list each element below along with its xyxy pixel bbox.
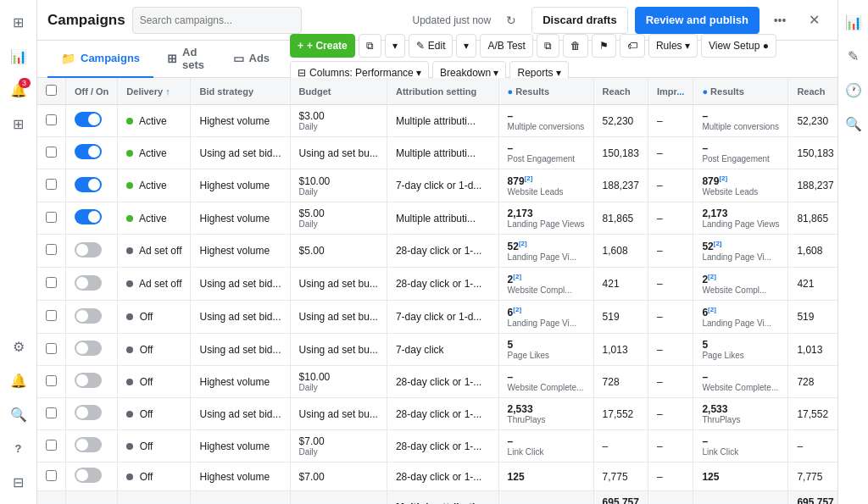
table-row[interactable]: Off Using ad set bid... Using ad set bu.…	[37, 334, 837, 366]
toggle-switch-10[interactable]	[75, 437, 102, 452]
row-checkbox-2[interactable]	[37, 169, 66, 202]
tab-campaigns[interactable]: 📁 Campaigns	[47, 41, 153, 78]
chevron-down-icon: ▾	[392, 40, 398, 52]
row-checkbox-0[interactable]	[37, 105, 66, 137]
col-header-checkbox[interactable]	[37, 78, 66, 105]
table-row[interactable]: Active Highest volume $3.00 Daily Multip…	[37, 105, 837, 137]
toggle-switch-3[interactable]	[75, 209, 102, 224]
discard-drafts-button[interactable]: Discard drafts	[531, 7, 627, 34]
row-bid-strategy-3: Highest volume	[191, 202, 290, 235]
row-toggle-3[interactable]	[66, 202, 118, 235]
more-options-icon[interactable]: •••	[766, 7, 793, 34]
flag-button[interactable]: ⚑	[592, 34, 616, 58]
copy-button[interactable]: ⧉	[359, 34, 381, 58]
campaign-search-input[interactable]	[132, 7, 302, 34]
row-toggle-11[interactable]	[66, 462, 118, 491]
row-toggle-6[interactable]	[66, 301, 118, 334]
notification-icon[interactable]: 🔔	[3, 365, 34, 396]
toggle-switch-11[interactable]	[75, 468, 102, 483]
row-toggle-2[interactable]	[66, 169, 118, 202]
row-checkbox-4[interactable]	[37, 235, 66, 268]
alert-icon[interactable]: 🔔 3	[3, 75, 34, 105]
toggle-switch-7[interactable]	[75, 341, 102, 356]
menu-bottom-icon[interactable]: ⊟	[3, 467, 34, 497]
view-setup-button[interactable]: View Setup ●	[701, 34, 776, 58]
search-sidebar-icon[interactable]: 🔍	[3, 399, 34, 429]
settings-icon[interactable]: ⚙	[3, 331, 34, 362]
table-row[interactable]: Ad set off Using ad set bid... Using ad …	[37, 268, 837, 301]
row-checkbox-5[interactable]	[37, 268, 66, 301]
copy-icon: ⧉	[366, 40, 374, 52]
col-header-impr1[interactable]: Impr...	[648, 78, 693, 105]
toggle-switch-2[interactable]	[75, 177, 102, 192]
toggle-switch-6[interactable]	[75, 308, 102, 324]
table-row[interactable]: Active Highest volume $5.00 Daily Multip…	[37, 202, 837, 235]
table-row[interactable]: Off Highest volume $10.00 Daily 28-day c…	[37, 366, 837, 398]
toggle-switch-1[interactable]	[75, 144, 102, 159]
row-bid-strategy-0: Highest volume	[191, 105, 290, 137]
row-results2-2: 879[2] Website Leads	[693, 169, 788, 202]
toggle-switch-8[interactable]	[75, 373, 102, 388]
row-checkbox-3[interactable]	[37, 202, 66, 235]
col-header-delivery[interactable]: Delivery ↑	[118, 78, 191, 105]
row-checkbox-1[interactable]	[37, 137, 66, 169]
create-button[interactable]: + + Create	[290, 34, 355, 58]
tag-button[interactable]: 🏷	[620, 34, 645, 58]
table-row[interactable]: Off Using ad set bid... Using ad set bu.…	[37, 398, 837, 430]
help-icon[interactable]: ?	[3, 433, 34, 463]
col-header-reach2[interactable]: Reach	[788, 78, 837, 105]
col-header-off-on[interactable]: Off / On	[66, 78, 118, 105]
row-checkbox-10[interactable]	[37, 430, 66, 462]
table-row[interactable]: Off Highest volume $7.00 Daily 28-day cl…	[37, 430, 837, 462]
table-row[interactable]: Off Using ad set bid... Using ad set bu.…	[37, 301, 837, 334]
col-header-budget[interactable]: Budget	[290, 78, 387, 105]
toggle-switch-0[interactable]	[75, 112, 102, 127]
row-checkbox-9[interactable]	[37, 398, 66, 430]
close-icon[interactable]: ✕	[800, 7, 827, 34]
grid-icon[interactable]: ⊞	[3, 108, 34, 139]
col-header-reach1[interactable]: Reach	[593, 78, 648, 105]
row-toggle-9[interactable]	[66, 398, 118, 430]
toggle-switch-5[interactable]	[75, 275, 102, 291]
ab-test-button[interactable]: A/B Test	[480, 34, 532, 58]
col-header-attribution[interactable]: Attribution setting	[387, 78, 498, 105]
toggle-switch-4[interactable]	[75, 242, 102, 258]
row-checkbox-7[interactable]	[37, 334, 66, 366]
clock-icon[interactable]: 🕐	[838, 75, 869, 105]
col-header-bid-strategy[interactable]: Bid strategy	[191, 78, 290, 105]
row-delivery-3: Active	[118, 202, 191, 235]
toggle-switch-9[interactable]	[75, 405, 102, 420]
table-row[interactable]: Off Highest volume $7.00 28-day click or…	[37, 462, 837, 491]
review-publish-button[interactable]: Review and publish	[635, 7, 760, 34]
row-toggle-7[interactable]	[66, 334, 118, 366]
campaigns-sidebar-icon[interactable]: 📊	[3, 41, 34, 71]
refresh-icon[interactable]: ↻	[498, 7, 525, 34]
row-toggle-0[interactable]	[66, 105, 118, 137]
row-toggle-1[interactable]	[66, 137, 118, 169]
edit-dropdown-button[interactable]: ▾	[456, 34, 476, 58]
tab-ads[interactable]: ▭ Ads	[220, 41, 284, 78]
row-toggle-10[interactable]	[66, 430, 118, 462]
edit-button[interactable]: ✎ Edit	[409, 34, 453, 58]
row-checkbox-8[interactable]	[37, 366, 66, 398]
col-header-results1[interactable]: ● Results	[498, 78, 593, 105]
delete-button[interactable]: 🗑	[563, 34, 588, 58]
row-checkbox-11[interactable]	[37, 462, 66, 491]
row-checkbox-6[interactable]	[37, 301, 66, 334]
home-icon[interactable]: ⊞	[3, 7, 34, 37]
table-row[interactable]: Active Using ad set bid... Using ad set …	[37, 137, 837, 169]
table-row[interactable]: Active Highest volume $10.00 Daily 7-day…	[37, 169, 837, 202]
tab-ad-sets[interactable]: ⊞ Ad sets	[153, 41, 219, 78]
bar-chart-icon[interactable]: 📊	[838, 7, 869, 37]
row-toggle-8[interactable]	[66, 366, 118, 398]
pencil-icon[interactable]: ✎	[838, 41, 869, 71]
table-row[interactable]: Ad set off Highest volume $5.00 28-day c…	[37, 235, 837, 268]
rules-button[interactable]: Rules ▾	[648, 34, 698, 58]
select-all-checkbox[interactable]	[46, 85, 57, 96]
row-toggle-5[interactable]	[66, 268, 118, 301]
copy-dropdown-button[interactable]: ▾	[385, 34, 405, 58]
duplicate-button[interactable]: ⧉	[537, 34, 559, 58]
row-toggle-4[interactable]	[66, 235, 118, 268]
zoom-icon[interactable]: 🔍	[838, 108, 869, 139]
col-header-results2[interactable]: ● Results	[693, 78, 788, 105]
